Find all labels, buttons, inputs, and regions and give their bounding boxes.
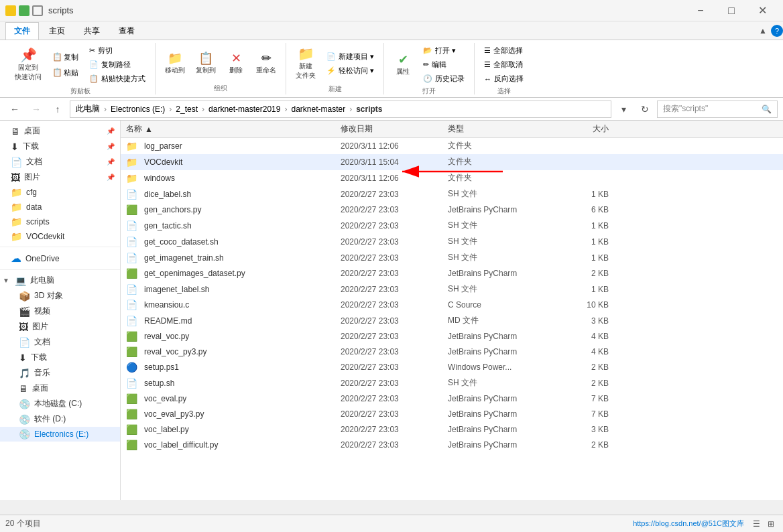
copy-to-button[interactable]: 📋 复制到 — [192, 50, 220, 78]
table-row[interactable]: 📄 dice_label.sh 2020/2/27 23:03 SH 文件 1 … — [121, 186, 783, 202]
table-row[interactable]: 📁 windows 2020/3/11 12:06 文件夹 — [121, 170, 783, 186]
table-row[interactable]: 🟩 voc_eval.py 2020/2/27 23:03 JetBrains … — [121, 391, 783, 407]
table-row[interactable]: 📄 get_imagenet_train.sh 2020/2/27 23:03 … — [121, 250, 783, 266]
tab-home[interactable]: 主页 — [40, 22, 74, 40]
header-size[interactable]: 大小 — [555, 123, 609, 135]
folder-icon: 📁 — [11, 216, 22, 227]
search-icon[interactable]: 🔍 — [762, 105, 772, 114]
sidebar-item-ddrive[interactable]: 💿 软件 (D:) — [0, 411, 120, 427]
easy-access-button[interactable]: ⚡ 轻松访问 ▾ — [322, 64, 378, 77]
sidebar-item-3d[interactable]: 📦 3D 对象 — [0, 288, 120, 304]
table-row[interactable]: 📁 log_parser 2020/3/11 12:06 文件夹 — [121, 138, 783, 154]
back-button[interactable]: ← — [5, 100, 24, 119]
pin-quick-access-button[interactable]: 📌 固定到快速访问 — [11, 46, 46, 84]
path-electronics[interactable]: Electronics (E:) — [111, 105, 165, 114]
copy-button[interactable]: 📋 复制 — [48, 50, 82, 64]
sidebar-item-downloads2[interactable]: ⬇ 下载 — [0, 350, 120, 365]
sidebar-item-desktop[interactable]: 🖥 桌面 📌 — [0, 123, 120, 139]
move-to-button[interactable]: 📁 移动到 — [161, 50, 189, 78]
sidebar-item-scripts[interactable]: 📁 scripts — [0, 214, 120, 229]
path-thispc[interactable]: 此电脑 — [76, 103, 100, 115]
sidebar-item-documents[interactable]: 📄 文档 📌 — [0, 154, 120, 170]
sidebar-item-documents2[interactable]: 📄 文档 — [0, 334, 120, 350]
path-sep-4: › — [284, 105, 287, 114]
path-darknet[interactable]: darknet-master — [291, 105, 345, 114]
table-row[interactable]: 📄 README.md 2020/2/27 23:03 MD 文件 3 KB — [121, 313, 783, 329]
sidebar-item-pictures2[interactable]: 🖼 图片 — [0, 319, 120, 334]
sidebar-item-downloads[interactable]: ⬇ 下载 📌 — [0, 139, 120, 154]
folder-icon: 🖥 — [19, 383, 28, 394]
ribbon-collapse-btn[interactable]: ▲ — [759, 26, 767, 36]
table-row[interactable]: 📄 setup.sh 2020/2/27 23:03 SH 文件 2 KB — [121, 375, 783, 391]
header-type[interactable]: 类型 — [448, 123, 555, 135]
tab-file[interactable]: 文件 — [5, 22, 39, 40]
file-name: windows — [144, 174, 175, 183]
grid-view-button[interactable]: ⊞ — [764, 517, 778, 531]
tab-view[interactable]: 查看 — [110, 22, 143, 40]
address-path[interactable]: 此电脑 › Electronics (E:) › 2_test › darkne… — [70, 101, 611, 118]
refresh-button[interactable]: ↻ — [636, 100, 654, 119]
table-row[interactable]: 📁 VOCdevkit 2020/3/11 15:04 文件夹 — [121, 154, 783, 170]
table-row[interactable]: 🔵 setup.ps1 2020/2/27 23:03 Windows Powe… — [121, 360, 783, 375]
table-row[interactable]: 📄 get_coco_dataset.sh 2020/2/27 23:03 SH… — [121, 234, 783, 250]
sidebar-item-thispc[interactable]: ▼ 💻 此电脑 — [0, 273, 120, 288]
maximize-button[interactable]: □ — [716, 0, 747, 21]
header-name[interactable]: 名称 ▲ — [126, 123, 341, 135]
watermark: https://blog.csdn.net/@51C图文库 — [633, 519, 744, 529]
close-button[interactable]: ✕ — [747, 0, 778, 21]
tab-share[interactable]: 共享 — [75, 22, 109, 40]
new-item-button[interactable]: 📄 新建项目 ▾ — [322, 50, 378, 63]
forward-button[interactable]: → — [27, 100, 46, 119]
sidebar-item-edrive[interactable]: 💿 Electronics (E:) — [0, 427, 120, 442]
file-date: 2020/2/27 23:03 — [341, 300, 448, 310]
up-button[interactable]: ↑ — [48, 100, 67, 119]
history-button[interactable]: 🕐 历史记录 — [419, 72, 469, 85]
table-row[interactable]: 🟩 gen_anchors.py 2020/2/27 23:03 JetBrai… — [121, 202, 783, 218]
table-row[interactable]: 🟩 reval_voc_py3.py 2020/2/27 23:03 JetBr… — [121, 344, 783, 360]
minimize-button[interactable]: − — [685, 0, 716, 21]
dropdown-button[interactable]: ▾ — [614, 100, 633, 119]
file-size: 2 KB — [555, 379, 609, 388]
search-box[interactable]: 搜索"scripts" 🔍 — [657, 101, 778, 118]
sidebar-item-desktop2[interactable]: 🖥 桌面 — [0, 381, 120, 396]
table-row[interactable]: 🟩 get_openimages_dataset.py 2020/2/27 23… — [121, 266, 783, 281]
file-size: 1 KB — [555, 190, 609, 199]
path-darknet2019[interactable]: darknet-master2019 — [208, 105, 280, 114]
table-row[interactable]: 🟩 voc_eval_py3.py 2020/2/27 23:03 JetBra… — [121, 407, 783, 422]
help-button[interactable]: ? — [771, 25, 783, 37]
paste-shortcut-button[interactable]: 📋 粘贴快捷方式 — [85, 72, 149, 85]
paste-button[interactable]: 📋 粘贴 — [48, 66, 82, 80]
table-row[interactable]: 🟩 voc_label_difficult.py 2020/2/27 23:03… — [121, 438, 783, 453]
sidebar-item-cdrive[interactable]: 💿 本地磁盘 (C:) — [0, 396, 120, 411]
sidebar-item-data[interactable]: 📁 data — [0, 200, 120, 214]
select-all-button[interactable]: ☰ 全部选择 — [480, 44, 528, 57]
sidebar-item-cfg[interactable]: 📁 cfg — [0, 185, 120, 200]
properties-button[interactable]: ✔ 属性 — [389, 51, 416, 79]
table-row[interactable]: 📄 imagenet_label.sh 2020/2/27 23:03 SH 文… — [121, 281, 783, 297]
new-folder-icon: 📁 — [298, 47, 314, 60]
copy-path-button[interactable]: 📄 复制路径 — [85, 58, 149, 71]
header-date[interactable]: 修改日期 — [341, 123, 448, 135]
path-scripts[interactable]: scripts — [356, 105, 382, 114]
sidebar-item-pictures[interactable]: 🖼 图片 📌 — [0, 170, 120, 185]
delete-button[interactable]: ✕ 删除 — [223, 50, 249, 78]
open-button[interactable]: 📂 打开 ▾ — [419, 44, 469, 57]
path-sep-2: › — [169, 105, 172, 114]
select-none-button[interactable]: ☰ 全部取消 — [480, 58, 528, 71]
new-folder-button[interactable]: 📁 新建文件夹 — [292, 44, 320, 83]
sidebar-item-video[interactable]: 🎬 视频 — [0, 304, 120, 319]
sidebar-item-vocdevkit[interactable]: 📁 VOCdevkit — [0, 229, 120, 244]
invert-select-button[interactable]: ↔ 反向选择 — [480, 72, 528, 85]
sidebar-item-onedrive[interactable]: ☁ OneDrive — [0, 250, 120, 267]
edit-button[interactable]: ✏ 编辑 — [419, 58, 469, 71]
table-row[interactable]: 📄 gen_tactic.sh 2020/2/27 23:03 SH 文件 1 … — [121, 218, 783, 234]
list-view-button[interactable]: ☰ — [749, 517, 763, 531]
sidebar-item-music[interactable]: 🎵 音乐 — [0, 365, 120, 381]
table-row[interactable]: 📄 kmeansiou.c 2020/2/27 23:03 C Source 1… — [121, 297, 783, 313]
path-2test[interactable]: 2_test — [176, 105, 198, 114]
file-date: 2020/2/27 23:03 — [341, 425, 448, 434]
cut-button[interactable]: ✂ 剪切 — [85, 44, 149, 57]
table-row[interactable]: 🟩 voc_label.py 2020/2/27 23:03 JetBrains… — [121, 422, 783, 438]
table-row[interactable]: 🟩 reval_voc.py 2020/2/27 23:03 JetBrains… — [121, 329, 783, 344]
rename-button[interactable]: ✏ 重命名 — [252, 50, 280, 78]
